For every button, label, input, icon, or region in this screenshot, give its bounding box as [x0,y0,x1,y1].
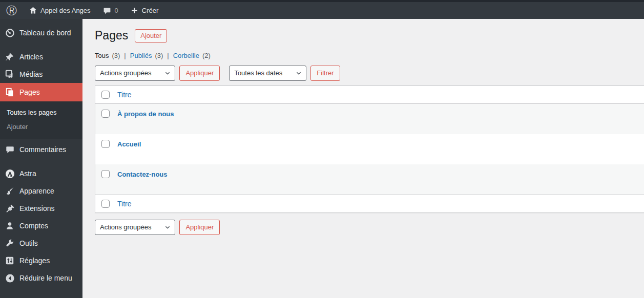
pushpin-icon [5,52,15,62]
sidebar-item-astra[interactable]: Astra [0,165,82,182]
date-filter-selected-value: Toutes les dates [234,69,282,77]
home-icon [29,7,37,14]
sidebar-item-label: Commentaires [19,145,66,154]
site-name-label: Appel des Anges [40,7,91,14]
sidebar-item-collapse-menu[interactable]: Réduire le menu [0,269,82,287]
table-row: Accueil [95,134,644,164]
chevron-down-icon [296,70,302,76]
wrench-icon [5,238,15,248]
menu-separator [0,41,82,48]
comment-bubble-icon [103,7,111,15]
filter-published-count: (3) [155,52,163,59]
sidebar-item-label: Tableau de bord [19,29,71,37]
filter-button[interactable]: Filtrer [310,66,340,81]
column-footer-title[interactable]: Titre [117,200,131,208]
sidebar-item-label: Articles [19,53,43,61]
sidebar-item-comments[interactable]: Commentaires [0,141,82,158]
user-icon [5,221,15,231]
site-name-link[interactable]: Appel des Anges [23,2,97,19]
sidebar-item-label: Extensions [19,204,54,212]
media-icon [5,69,15,79]
page-title: Pages [95,28,128,44]
bulk-actions-select-bottom[interactable]: Actions groupées [95,220,175,235]
row-checkbox[interactable] [101,170,110,178]
new-content-label: Créer [142,7,159,14]
pages-submenu: Toutes les pages Ajouter [0,101,82,139]
pages-icon [5,87,15,97]
plugin-icon [5,203,15,214]
select-all-checkbox[interactable] [101,91,110,99]
astra-logo-icon [5,168,15,179]
chevron-down-icon [164,224,171,230]
page-row-title-link[interactable]: Contactez-nous [117,164,168,178]
status-filter-links: Tous (3) | Publiés (3) | Corbeille (2) [95,52,644,59]
sidebar-item-posts[interactable]: Articles [0,48,82,66]
menu-separator [0,158,82,165]
add-page-button[interactable]: Ajouter [135,29,167,42]
comment-count: 0 [115,7,118,14]
sidebar-item-label: Apparence [19,187,54,195]
sidebar-item-label: Réduire le menu [19,274,72,282]
filter-all-count: (3) [112,52,120,59]
page-row-title-link[interactable]: À propos de nous [117,104,174,118]
dashboard-icon [5,28,15,38]
comments-admin-link[interactable]: 0 [97,2,124,19]
chevron-down-icon [164,70,171,76]
table-row: À propos de nous [95,104,644,134]
row-checkbox[interactable] [101,110,110,118]
table-body: À propos de nous Accueil Contactez-nous [95,104,644,195]
filter-all-link[interactable]: Tous [95,52,109,59]
filter-separator: | [167,52,169,59]
filter-trash-link[interactable]: Corbeille [173,52,199,59]
apply-button-top[interactable]: Appliquer [179,66,220,81]
sidebar-item-plugins[interactable]: Extensions [0,200,82,217]
sidebar-item-label: Astra [19,169,36,178]
sidebar-item-pages[interactable]: Pages [0,83,82,101]
table-header-row: Titre [95,86,644,104]
filter-trash-count: (2) [202,52,211,59]
bulk-actions-selected-value: Actions groupées [100,223,151,231]
table-row: Contactez-nous [95,164,644,195]
collapse-arrow-icon [5,273,15,283]
page-row-title-link[interactable]: Accueil [117,134,141,148]
sidebar-item-label: Comptes [19,222,48,230]
sidebar-item-label: Médias [19,70,43,78]
bulk-actions-selected-value: Actions groupées [100,69,151,77]
row-checkbox[interactable] [101,140,110,148]
filter-published-link[interactable]: Publiés [130,52,152,59]
sidebar-item-users[interactable]: Comptes [0,217,82,235]
submenu-item-label: Toutes les pages [7,109,57,116]
pages-admin-content: Pages Ajouter Tous (3) | Publiés (3) | C… [82,19,644,298]
admin-sidebar-menu: Tableau de bord Articles Médias Pages To… [0,19,82,298]
sidebar-item-appearance[interactable]: Apparence [0,182,82,200]
select-all-checkbox[interactable] [101,200,110,208]
sidebar-item-media[interactable]: Médias [0,66,82,83]
submenu-item-label: Ajouter [7,123,28,131]
bulk-actions-toolbar-top: Actions groupées Appliquer Toutes les da… [95,66,644,81]
sliders-icon [5,256,15,266]
bulk-actions-toolbar-bottom: Actions groupées Appliquer [95,220,644,235]
wordpress-logo-icon: Ⓡ [6,5,17,16]
bulk-actions-select[interactable]: Actions groupées [95,66,175,81]
submenu-item-all-pages[interactable]: Toutes les pages [0,105,82,119]
sidebar-item-label: Réglages [19,257,50,265]
plus-icon [131,7,138,14]
sidebar-item-settings[interactable]: Réglages [0,252,82,269]
sidebar-item-label: Pages [19,88,40,96]
pages-list-table: Titre À propos de nous Accueil Contactez… [95,86,644,213]
sidebar-item-label: Outils [19,239,38,247]
column-header-title[interactable]: Titre [117,91,131,99]
sidebar-item-dashboard[interactable]: Tableau de bord [0,24,82,41]
submenu-item-add-page[interactable]: Ajouter [0,119,82,134]
comment-bubble-icon [5,144,15,155]
filter-separator: | [124,52,126,59]
apply-button-bottom[interactable]: Appliquer [179,220,220,235]
sidebar-item-tools[interactable]: Outils [0,235,82,252]
wordpress-logo-menu[interactable]: Ⓡ [0,2,23,19]
admin-top-bar: Ⓡ Appel des Anges 0 Créer [0,0,644,19]
table-footer-row: Titre [95,195,644,212]
new-content-menu[interactable]: Créer [124,2,165,19]
paintbrush-icon [5,186,15,196]
date-filter-select[interactable]: Toutes les dates [229,66,306,81]
